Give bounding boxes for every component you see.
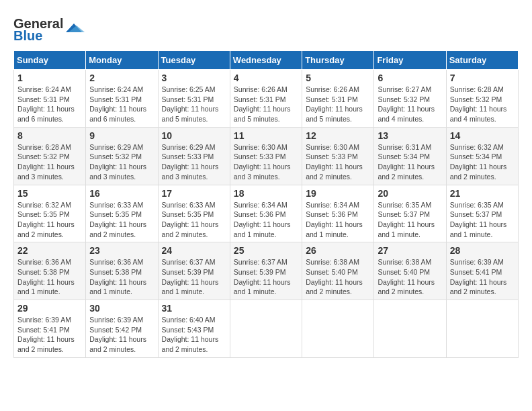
day-number: 10 — [162, 130, 226, 141]
calendar-day-cell: 28 Sunrise: 6:39 AM Sunset: 5:41 PM Dayl… — [446, 242, 518, 300]
empty-day-cell — [446, 300, 518, 358]
day-number: 9 — [89, 130, 154, 141]
calendar-day-cell: 3 Sunrise: 6:25 AM Sunset: 5:31 PM Dayli… — [158, 70, 230, 128]
day-info: Sunrise: 6:27 AM Sunset: 5:32 PM Dayligh… — [378, 85, 442, 124]
day-number: 1 — [17, 73, 82, 83]
calendar-day-cell: 29 Sunrise: 6:39 AM Sunset: 5:41 PM Dayl… — [14, 300, 86, 358]
day-info: Sunrise: 6:40 AM Sunset: 5:43 PM Dayligh… — [162, 315, 226, 355]
column-header-sunday: Sunday — [14, 51, 86, 70]
day-info: Sunrise: 6:31 AM Sunset: 5:34 PM Dayligh… — [378, 142, 442, 182]
day-info: Sunrise: 6:32 AM Sunset: 5:35 PM Dayligh… — [17, 200, 82, 240]
day-info: Sunrise: 6:24 AM Sunset: 5:31 PM Dayligh… — [89, 85, 154, 124]
column-header-wednesday: Wednesday — [230, 51, 302, 70]
day-info: Sunrise: 6:39 AM Sunset: 5:41 PM Dayligh… — [17, 315, 82, 355]
day-number: 22 — [17, 245, 82, 256]
day-info: Sunrise: 6:38 AM Sunset: 5:40 PM Dayligh… — [378, 257, 442, 297]
day-number: 29 — [17, 303, 82, 314]
day-info: Sunrise: 6:29 AM Sunset: 5:32 PM Dayligh… — [89, 142, 154, 182]
day-number: 15 — [17, 188, 82, 199]
day-info: Sunrise: 6:34 AM Sunset: 5:36 PM Dayligh… — [306, 200, 370, 240]
calendar-week-row: 29 Sunrise: 6:39 AM Sunset: 5:41 PM Dayl… — [14, 300, 519, 358]
day-info: Sunrise: 6:30 AM Sunset: 5:33 PM Dayligh… — [306, 142, 370, 182]
day-info: Sunrise: 6:26 AM Sunset: 5:31 PM Dayligh… — [306, 85, 370, 124]
calendar-week-row: 22 Sunrise: 6:36 AM Sunset: 5:38 PM Dayl… — [14, 242, 519, 300]
calendar-day-cell: 16 Sunrise: 6:33 AM Sunset: 5:35 PM Dayl… — [86, 185, 158, 242]
calendar-day-cell: 10 Sunrise: 6:29 AM Sunset: 5:33 PM Dayl… — [158, 127, 230, 185]
day-number: 5 — [306, 73, 370, 83]
day-info: Sunrise: 6:37 AM Sunset: 5:39 PM Dayligh… — [234, 257, 298, 297]
calendar-day-cell: 23 Sunrise: 6:36 AM Sunset: 5:38 PM Dayl… — [86, 242, 158, 300]
calendar-day-cell: 19 Sunrise: 6:34 AM Sunset: 5:36 PM Dayl… — [302, 185, 374, 242]
calendar-day-cell: 25 Sunrise: 6:37 AM Sunset: 5:39 PM Dayl… — [230, 242, 302, 300]
calendar-day-cell: 5 Sunrise: 6:26 AM Sunset: 5:31 PM Dayli… — [302, 70, 374, 128]
day-info: Sunrise: 6:29 AM Sunset: 5:33 PM Dayligh… — [162, 142, 226, 182]
calendar-day-cell: 22 Sunrise: 6:36 AM Sunset: 5:38 PM Dayl… — [14, 242, 86, 300]
column-header-monday: Monday — [86, 51, 158, 70]
calendar-table: SundayMondayTuesdayWednesdayThursdayFrid… — [13, 50, 519, 358]
day-number: 7 — [450, 73, 515, 83]
day-number: 17 — [162, 188, 226, 199]
column-header-saturday: Saturday — [446, 51, 518, 70]
day-number: 24 — [162, 245, 226, 256]
day-info: Sunrise: 6:30 AM Sunset: 5:33 PM Dayligh… — [234, 142, 298, 182]
calendar-day-cell: 18 Sunrise: 6:34 AM Sunset: 5:36 PM Dayl… — [230, 185, 302, 242]
calendar-day-cell: 8 Sunrise: 6:28 AM Sunset: 5:32 PM Dayli… — [14, 127, 86, 185]
day-number: 3 — [162, 73, 226, 83]
day-info: Sunrise: 6:35 AM Sunset: 5:37 PM Dayligh… — [378, 200, 442, 240]
day-info: Sunrise: 6:35 AM Sunset: 5:37 PM Dayligh… — [450, 200, 515, 240]
day-number: 26 — [306, 245, 370, 256]
day-info: Sunrise: 6:39 AM Sunset: 5:42 PM Dayligh… — [89, 315, 154, 355]
day-info: Sunrise: 6:37 AM Sunset: 5:39 PM Dayligh… — [162, 257, 226, 297]
column-header-friday: Friday — [374, 51, 446, 70]
calendar-day-cell: 13 Sunrise: 6:31 AM Sunset: 5:34 PM Dayl… — [374, 127, 446, 185]
calendar-day-cell: 12 Sunrise: 6:30 AM Sunset: 5:33 PM Dayl… — [302, 127, 374, 185]
column-header-thursday: Thursday — [302, 51, 374, 70]
day-info: Sunrise: 6:33 AM Sunset: 5:35 PM Dayligh… — [89, 200, 154, 240]
day-number: 12 — [306, 130, 370, 141]
day-number: 18 — [234, 188, 298, 199]
day-number: 2 — [89, 73, 154, 83]
calendar-day-cell: 14 Sunrise: 6:32 AM Sunset: 5:34 PM Dayl… — [446, 127, 518, 185]
logo: General Blue — [13, 13, 87, 44]
day-number: 21 — [450, 188, 515, 199]
day-number: 19 — [306, 188, 370, 199]
day-info: Sunrise: 6:33 AM Sunset: 5:35 PM Dayligh… — [162, 200, 226, 240]
calendar-day-cell: 20 Sunrise: 6:35 AM Sunset: 5:37 PM Dayl… — [374, 185, 446, 242]
day-number: 13 — [378, 130, 442, 141]
day-info: Sunrise: 6:36 AM Sunset: 5:38 PM Dayligh… — [17, 257, 82, 297]
day-info: Sunrise: 6:36 AM Sunset: 5:38 PM Dayligh… — [89, 257, 154, 297]
calendar-week-row: 1 Sunrise: 6:24 AM Sunset: 5:31 PM Dayli… — [14, 70, 519, 128]
empty-day-cell — [302, 300, 374, 358]
day-number: 30 — [89, 303, 154, 314]
day-info: Sunrise: 6:28 AM Sunset: 5:32 PM Dayligh… — [450, 85, 515, 124]
day-number: 8 — [17, 130, 82, 141]
calendar-week-row: 15 Sunrise: 6:32 AM Sunset: 5:35 PM Dayl… — [14, 185, 519, 242]
empty-day-cell — [374, 300, 446, 358]
calendar-day-cell: 27 Sunrise: 6:38 AM Sunset: 5:40 PM Dayl… — [374, 242, 446, 300]
calendar-day-cell: 4 Sunrise: 6:26 AM Sunset: 5:31 PM Dayli… — [230, 70, 302, 128]
day-number: 25 — [234, 245, 298, 256]
calendar-day-cell: 15 Sunrise: 6:32 AM Sunset: 5:35 PM Dayl… — [14, 185, 86, 242]
day-number: 20 — [378, 188, 442, 199]
column-header-tuesday: Tuesday — [158, 51, 230, 70]
calendar-day-cell: 1 Sunrise: 6:24 AM Sunset: 5:31 PM Dayli… — [14, 70, 86, 128]
day-number: 11 — [234, 130, 298, 141]
calendar-day-cell: 17 Sunrise: 6:33 AM Sunset: 5:35 PM Dayl… — [158, 185, 230, 242]
day-info: Sunrise: 6:39 AM Sunset: 5:41 PM Dayligh… — [450, 257, 515, 297]
calendar-day-cell: 26 Sunrise: 6:38 AM Sunset: 5:40 PM Dayl… — [302, 242, 374, 300]
calendar-week-row: 8 Sunrise: 6:28 AM Sunset: 5:32 PM Dayli… — [14, 127, 519, 185]
calendar-day-cell: 21 Sunrise: 6:35 AM Sunset: 5:37 PM Dayl… — [446, 185, 518, 242]
day-info: Sunrise: 6:24 AM Sunset: 5:31 PM Dayligh… — [17, 85, 82, 124]
day-number: 6 — [378, 73, 442, 83]
day-info: Sunrise: 6:32 AM Sunset: 5:34 PM Dayligh… — [450, 142, 515, 182]
day-info: Sunrise: 6:26 AM Sunset: 5:31 PM Dayligh… — [234, 85, 298, 124]
day-number: 31 — [162, 303, 226, 314]
day-number: 28 — [450, 245, 515, 256]
calendar-day-cell: 6 Sunrise: 6:27 AM Sunset: 5:32 PM Dayli… — [374, 70, 446, 128]
day-number: 16 — [89, 188, 154, 199]
day-number: 23 — [89, 245, 154, 256]
day-number: 14 — [450, 130, 515, 141]
calendar-day-cell: 11 Sunrise: 6:30 AM Sunset: 5:33 PM Dayl… — [230, 127, 302, 185]
day-info: Sunrise: 6:25 AM Sunset: 5:31 PM Dayligh… — [162, 85, 226, 124]
day-info: Sunrise: 6:38 AM Sunset: 5:40 PM Dayligh… — [306, 257, 370, 297]
